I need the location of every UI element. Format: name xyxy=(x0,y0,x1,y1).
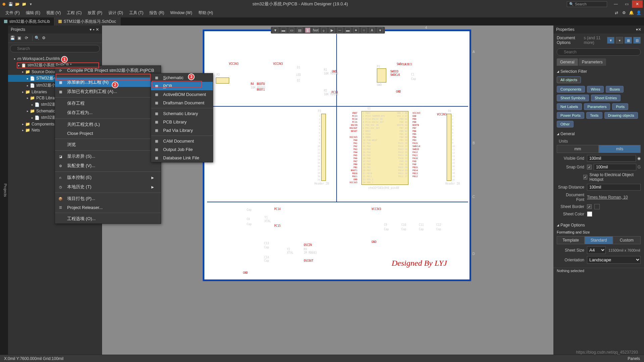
port-icon[interactable]: ▶ xyxy=(329,28,335,33)
browse-icon[interactable]: ▾ xyxy=(28,1,34,7)
share-icon[interactable]: ⇄ xyxy=(614,10,619,15)
menu-item[interactable]: ▦CAM Document xyxy=(151,137,213,145)
all-objects-chip[interactable]: All objects xyxy=(557,76,581,83)
text-icon[interactable]: A xyxy=(369,28,375,33)
menu-item[interactable]: 关闭工程文档 (L) xyxy=(55,120,161,129)
snap-distance-input[interactable] xyxy=(587,184,641,191)
filter-chip[interactable]: Components xyxy=(557,86,585,93)
props-search[interactable] xyxy=(557,48,641,56)
maximize-button[interactable]: ▭ xyxy=(621,0,632,8)
tab-schlib[interactable]: stm32最小系统.SchLib xyxy=(0,17,54,25)
filter-chip[interactable]: Sheet Entries xyxy=(591,95,621,101)
menu-item[interactable]: ⚙装配变量 (V)... xyxy=(55,161,161,170)
menu-item[interactable]: ◷本地历史 (T)▶ xyxy=(55,182,161,192)
menu-item[interactable]: ⟳Compile PCB Project stm32最小系统.PrjPCB xyxy=(55,66,161,75)
pin-icon[interactable]: ▾ xyxy=(90,27,92,32)
opt3-button[interactable]: ▧ xyxy=(633,37,641,44)
sheet-border-check[interactable]: ✓ xyxy=(587,204,592,209)
wire-icon[interactable]: ─ xyxy=(337,28,343,33)
menu-item[interactable]: Close Project xyxy=(55,129,161,138)
folder-icon[interactable]: 📁 xyxy=(21,1,27,7)
visibility-icon[interactable]: ◉ xyxy=(637,156,641,161)
filter-chip[interactable]: Drawing objects xyxy=(604,112,638,119)
menu-design[interactable]: 设计 (D) xyxy=(106,9,126,17)
menu-help[interactable]: 帮助 (H) xyxy=(196,9,216,17)
sheet-color-swatch[interactable] xyxy=(587,211,592,217)
menu-item[interactable]: ◪显示差异 (S)... xyxy=(55,152,161,161)
units-toggle[interactable]: mm mils xyxy=(557,145,641,153)
orientation-select[interactable]: Landscape xyxy=(587,256,641,264)
menu-item[interactable]: 保存工程为... xyxy=(55,108,161,117)
snap-electrical-check[interactable]: ✓ xyxy=(583,175,587,179)
close-icon[interactable]: ✕ xyxy=(638,27,641,32)
menu-report[interactable]: 报告 (R) xyxy=(147,9,167,17)
filter-chip[interactable]: Parameters xyxy=(584,103,610,110)
search-tree-icon[interactable]: 🔍 xyxy=(35,36,40,41)
close-panel-icon[interactable]: ✕ xyxy=(96,27,99,32)
tool4-icon[interactable]: ▮ xyxy=(305,28,310,33)
opt2-button[interactable]: ▦ xyxy=(625,37,632,44)
project-context-menu[interactable]: ⟳Compile PCB Project stm32最小系统.PrjPCB▦添加… xyxy=(55,65,161,224)
net-icon[interactable]: Net xyxy=(313,28,318,33)
global-search[interactable]: 🔍 Search xyxy=(567,1,607,7)
opt1-button[interactable]: ▾ xyxy=(616,37,623,44)
units-mm[interactable]: mm xyxy=(557,145,599,153)
tab-general[interactable]: General xyxy=(557,58,578,66)
menu-window[interactable]: Window (W) xyxy=(167,9,195,16)
menu-item[interactable]: ▦添加已有文档到工程 (A)... xyxy=(55,87,161,96)
save-icon[interactable]: 💾 xyxy=(8,1,13,7)
user-icon[interactable]: 👤 xyxy=(636,10,641,15)
menu-item[interactable]: 📦项目打包 (P)... xyxy=(55,194,161,203)
tool5-icon[interactable]: ▬ xyxy=(345,28,351,33)
menu-item[interactable]: ▦Draftsman Document xyxy=(151,99,213,107)
filter-chip[interactable]: Wires xyxy=(587,86,604,93)
menu-project[interactable]: 工程 (C) xyxy=(64,9,84,17)
menu-item[interactable]: ☰Project Releaser... xyxy=(55,203,161,212)
menu-item[interactable]: ▦PCB Library xyxy=(151,118,213,126)
snap-grid-check[interactable]: ✓ xyxy=(587,165,592,169)
left-strip[interactable]: Projects xyxy=(0,25,8,355)
tree-node[interactable]: ▸🗃Workspace1.DsnWrk xyxy=(8,56,102,62)
dropdown-icon[interactable]: ▪ xyxy=(93,27,94,32)
menu-item[interactable]: ▦添加新的...到工程 (N)▶ xyxy=(55,77,161,87)
fmt-standard[interactable]: Standard xyxy=(585,236,612,244)
minimize-button[interactable]: — xyxy=(610,0,621,8)
menu-edit[interactable]: 编辑 (E) xyxy=(23,9,43,17)
schematic-sheet[interactable]: VCC3V3 P2 R4 BOOT0 BOOT1 10K R0603 VCC3V… xyxy=(203,30,471,281)
tab-schdoc[interactable]: STM32最小系统练习.SchDoc xyxy=(54,17,120,25)
menu-item[interactable]: ▦PCB xyxy=(151,82,213,90)
units-mils[interactable]: mils xyxy=(599,145,641,153)
close-button[interactable]: ✕ xyxy=(632,0,643,8)
tool8-icon[interactable]: ▾ xyxy=(378,28,383,33)
compile-icon[interactable]: ▣ xyxy=(17,36,23,41)
sheet-size-select[interactable]: A4 xyxy=(587,246,606,254)
tool2-icon[interactable]: ▭ xyxy=(289,28,294,33)
tool1-icon[interactable]: ▬ xyxy=(281,28,286,33)
open-icon[interactable]: 📂 xyxy=(15,1,20,7)
save-all-icon[interactable]: 💾 xyxy=(10,36,15,41)
fmt-custom[interactable]: Custom xyxy=(613,236,641,244)
settings-icon[interactable]: ⚙ xyxy=(621,10,627,15)
tool7-icon[interactable]: ○ xyxy=(361,28,367,33)
tool6-icon[interactable]: ✦ xyxy=(353,28,359,33)
gear-icon[interactable]: ⚙ xyxy=(42,36,47,41)
filter-chip[interactable]: Sheet Symbols xyxy=(557,95,589,101)
menu-view[interactable]: 视图 (V) xyxy=(44,9,63,17)
menu-file[interactable]: 文件 (F) xyxy=(3,9,22,17)
projects-search-input[interactable] xyxy=(10,45,100,52)
visible-grid-input[interactable] xyxy=(587,155,636,162)
filter-chip[interactable]: Power Ports xyxy=(557,112,584,119)
snap-grid-input[interactable] xyxy=(594,164,636,170)
menu-tools[interactable]: 工具 (T) xyxy=(127,9,146,17)
filter-icon[interactable]: ▼ xyxy=(273,28,278,33)
refresh-icon[interactable]: ⟳ xyxy=(25,36,30,41)
fmt-template[interactable]: Template xyxy=(557,236,585,244)
gnd-icon[interactable]: ⏚ xyxy=(321,28,327,33)
filter-chip[interactable]: Texts xyxy=(586,112,602,119)
filter-chip[interactable]: Buses xyxy=(606,86,624,93)
tool3-icon[interactable]: ▤ xyxy=(297,28,302,33)
doc-font-link[interactable]: Times New Roman, 10 xyxy=(587,195,628,200)
menu-item[interactable]: ⎌版本控制 (E)▶ xyxy=(55,173,161,182)
border-color-swatch[interactable] xyxy=(594,204,600,209)
menu-item[interactable]: ▦ActiveBOM Document xyxy=(151,90,213,99)
